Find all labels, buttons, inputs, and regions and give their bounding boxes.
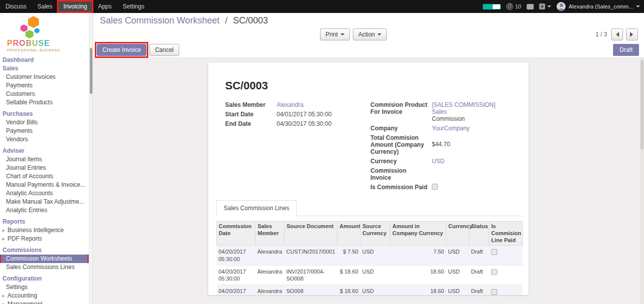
form-sheet: SC/0003 Sales Member Alexandra Start Dat…	[208, 62, 529, 296]
sidebar-item-analytic-accounts[interactable]: Analytic Accounts	[0, 189, 92, 198]
col-amount-company-currency[interactable]: Amount in Company Currency	[390, 222, 446, 246]
main-scrollbar-thumb[interactable]	[641, 60, 644, 150]
messages-icon[interactable]	[527, 4, 534, 9]
cell-amount: $ 7.50	[337, 246, 360, 266]
cell-status: Draft	[469, 265, 489, 285]
sidebar-item-journal-items[interactable]: Journal Items	[0, 155, 92, 164]
breadcrumb-parent[interactable]: Sales Commission Worksheet	[100, 15, 220, 25]
field-label-sales-member: Sales Member	[225, 101, 273, 108]
user-avatar	[557, 2, 566, 11]
status-badge-draft: Draft	[613, 44, 639, 56]
col-line-paid[interactable]: Is Commision Line Paid	[489, 222, 523, 246]
debug-menu[interactable]	[539, 3, 551, 9]
activity-menu[interactable]: @ 10	[506, 3, 521, 10]
sidebar-section-adviser: Adviser	[0, 147, 92, 155]
line-paid-checkbox	[491, 249, 497, 255]
sidebar-item-journal-entries[interactable]: Journal Entries	[0, 164, 92, 172]
print-button[interactable]: Print	[320, 28, 350, 40]
field-label-commission-invoice: Commission Invoice	[370, 167, 428, 181]
commission-product-link[interactable]: [SALES COMMISSION] Sales	[432, 101, 495, 115]
field-label-commission-product: Commision Product For Invoice	[370, 101, 428, 122]
logo-hexagons-icon	[7, 16, 88, 39]
chevron-right-icon	[630, 32, 636, 37]
menu-sales[interactable]: Sales	[32, 0, 58, 13]
create-invoice-button[interactable]: Create Invoice	[97, 44, 146, 56]
table-header-row: Commission Date Sales Member Source Docu…	[217, 222, 523, 246]
sidebar-item-sellable-products[interactable]: Sellable Products	[0, 98, 92, 107]
table-row[interactable]: 04/20/2017 05:30:00 Alexandra CUST.IN/20…	[217, 246, 523, 266]
logo-title: PROBUSE	[7, 39, 50, 48]
cell-source-document: INV/2017/0004-SO008	[285, 265, 337, 285]
sidebar-item-customer-invoices[interactable]: Customer Invoices	[0, 73, 92, 81]
action-button[interactable]: Action	[353, 28, 387, 40]
pager-previous-button[interactable]	[611, 28, 623, 40]
company-link[interactable]: YourCompany	[432, 125, 470, 132]
cancel-button[interactable]: Cancel	[149, 44, 179, 56]
sidebar-item-vendor-bills[interactable]: Vendor Bills	[0, 118, 92, 127]
currency-link[interactable]: USD	[432, 158, 444, 165]
sidebar-item-make-manual-tax-adjustments[interactable]: Make Manual Tax Adjustme...	[0, 198, 92, 206]
menu-discuss[interactable]: Discuss	[0, 0, 32, 13]
sidebar-item-label: Commission Worksheets	[6, 255, 72, 262]
col-status[interactable]: Status	[469, 222, 489, 246]
breadcrumb-current: SC/0003	[233, 15, 268, 25]
caret-down-icon	[340, 33, 344, 37]
sidebar-item-dashboard[interactable]: Dashboard	[0, 56, 92, 64]
sidebar-scrollbar-thumb[interactable]	[90, 48, 92, 94]
sidebar-item-sales-commissions-lines[interactable]: Sales Commissions Lines	[0, 263, 92, 272]
cell-commission-date: 04/20/2017 10:35:53	[217, 285, 256, 296]
cell-line-paid	[489, 285, 523, 296]
sidebar-item-chart-of-accounts[interactable]: Chart of Accounts	[0, 172, 92, 181]
caret-right-icon	[2, 229, 6, 232]
col-currency[interactable]: Currency	[446, 222, 469, 246]
sidebar-item-pdf-reports[interactable]: PDF Reports	[0, 235, 92, 243]
col-sales-member[interactable]: Sales Member	[256, 222, 285, 246]
sidebar-item-payments-purchases[interactable]: Payments	[0, 127, 92, 135]
commission-product-rest: Commission	[432, 115, 512, 122]
sidebar-item-business-intelligence[interactable]: Business Intelligence	[0, 226, 92, 235]
user-menu[interactable]: Alexandra (Sales_comm...	[557, 2, 640, 11]
app-logo[interactable]: PROBUSE PROFESSIONAL BUSINESS	[0, 13, 92, 54]
sidebar-item-label: PDF Reports	[7, 235, 42, 242]
main-scrollbar[interactable]	[640, 58, 644, 304]
cell-source-document: CUST.IN/2017/0001	[285, 246, 337, 266]
sidebar-scrollbar[interactable]	[89, 13, 92, 304]
total-commission-value: $44.70	[432, 134, 450, 155]
table-row[interactable]: 04/20/2017 05:30:00 Alexandra INV/2017/0…	[217, 265, 523, 285]
sales-member-link[interactable]: Alexandra	[277, 101, 304, 108]
field-label-company: Company	[370, 125, 428, 132]
sidebar: PROBUSE PROFESSIONAL BUSINESS Dashboard …	[0, 13, 93, 304]
field-start-date: Start Date 04/01/2017 05:30:00	[225, 111, 370, 118]
sidebar-item-settings[interactable]: Settings	[0, 283, 92, 292]
table-row[interactable]: 04/20/2017 10:35:53 Alexandra SO008 $ 18…	[217, 285, 523, 296]
sidebar-item-vendors[interactable]: Vendors	[0, 135, 92, 144]
tab-sales-commission-lines[interactable]: Sales Commission Lines	[216, 200, 297, 216]
top-navbar: Discuss Sales Invoicing Apps Settings @ …	[0, 0, 644, 13]
caret-right-icon	[2, 238, 6, 241]
sidebar-item-commission-worksheets[interactable]: Commission Worksheets	[0, 255, 92, 263]
sidebar-section-reports: Reports	[0, 218, 92, 226]
cell-status: Draft	[469, 246, 489, 266]
sidebar-item-payments-sales[interactable]: Payments	[0, 81, 92, 90]
col-source-document[interactable]: Source Document	[285, 222, 337, 246]
field-is-commission-paid: Is Commission Paid	[370, 184, 512, 191]
sidebar-item-management[interactable]: Management	[0, 300, 92, 304]
record-title: SC/0003	[225, 79, 512, 92]
pager-value: 1 / 3	[596, 31, 607, 38]
sidebar-item-manual-payments-invoice[interactable]: Manual Payments & Invoice...	[0, 181, 92, 189]
menu-invoicing[interactable]: Invoicing	[58, 0, 92, 13]
sidebar-item-analytic-entries[interactable]: Analytic Entries	[0, 206, 92, 215]
notebook-tabs: Sales Commission Lines	[216, 200, 521, 216]
sidebar-item-customers[interactable]: Customers	[0, 90, 92, 98]
col-amount[interactable]: Amount	[337, 222, 360, 246]
cell-amount: $ 18.60	[337, 265, 360, 285]
chevron-left-icon	[614, 32, 619, 37]
menu-settings[interactable]: Settings	[117, 0, 150, 13]
cell-line-paid	[489, 265, 523, 285]
sidebar-item-accounting[interactable]: Accounting	[0, 292, 92, 300]
menu-apps[interactable]: Apps	[92, 0, 117, 13]
pager-next-button[interactable]	[626, 28, 638, 40]
cell-source-currency: USD	[360, 246, 390, 266]
col-source-currency[interactable]: Source Currency	[360, 222, 390, 246]
col-commission-date[interactable]: Commission Date	[217, 222, 256, 246]
